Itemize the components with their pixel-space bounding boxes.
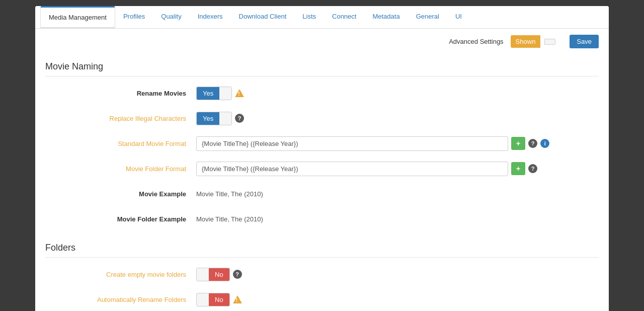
shown-button[interactable]: Shown — [511, 35, 541, 48]
rename-movies-warning-icon — [235, 89, 244, 97]
movie-example-control: Movie Title, The (2010) — [196, 190, 599, 198]
tab-metadata[interactable]: Metadata — [364, 7, 408, 28]
auto-rename-folders-label: Automatically Rename Folders — [45, 296, 196, 303]
replace-illegal-label: Replace Illegal Characters — [45, 115, 196, 122]
standard-format-input[interactable] — [196, 136, 508, 151]
main-container: Media Management Profiles Quality Indexe… — [35, 6, 609, 311]
folder-format-control: + ? — [196, 162, 599, 176]
auto-rename-folders-control: No — [196, 293, 599, 306]
movie-naming-header: Movie Naming — [45, 54, 599, 76]
folder-format-help-icon[interactable]: ? — [528, 164, 537, 173]
movie-example-value: Movie Title, The (2010) — [196, 190, 263, 198]
auto-rename-folders-no[interactable]: No — [209, 293, 229, 306]
auto-rename-folders-row: Automatically Rename Folders No — [45, 291, 599, 308]
auto-rename-folders-yes[interactable] — [197, 293, 209, 306]
standard-format-info-icon[interactable]: i — [540, 139, 549, 148]
create-empty-folders-row: Create empty movie folders No ? — [45, 266, 599, 283]
auto-rename-folders-toggle[interactable]: No — [196, 293, 230, 306]
replace-illegal-yes[interactable]: Yes — [197, 112, 219, 125]
create-empty-folders-label: Create empty movie folders — [45, 271, 196, 278]
toolbar: Advanced Settings Shown Save — [35, 29, 609, 54]
tab-general[interactable]: General — [408, 7, 447, 28]
advanced-toggle-off[interactable] — [544, 39, 555, 45]
tab-profiles[interactable]: Profiles — [115, 7, 153, 28]
standard-format-plus[interactable]: + — [511, 137, 525, 150]
tab-indexers[interactable]: Indexers — [190, 7, 231, 28]
folder-format-label: Movie Folder Format — [45, 165, 196, 173]
save-button[interactable]: Save — [570, 35, 599, 48]
standard-format-label: Standard Movie Format — [45, 140, 196, 147]
rename-movies-label: Rename Movies — [45, 90, 196, 97]
standard-format-row: Standard Movie Format + ? i — [45, 135, 599, 152]
create-empty-folders-toggle[interactable]: No — [196, 268, 230, 281]
auto-rename-folders-warning-icon — [233, 295, 242, 303]
rename-movies-row: Rename Movies Yes — [45, 85, 599, 102]
create-empty-folders-no[interactable]: No — [209, 268, 229, 281]
replace-illegal-no[interactable] — [219, 112, 231, 125]
movie-example-label: Movie Example — [45, 190, 196, 198]
folder-format-row: Movie Folder Format + ? — [45, 160, 599, 177]
rename-movies-control: Yes — [196, 87, 599, 100]
movie-folder-example-label: Movie Folder Example — [45, 215, 196, 223]
content-area: Movie Naming Rename Movies Yes Replace I… — [35, 54, 609, 311]
movie-folder-example-value: Movie Title, The (2010) — [196, 215, 263, 223]
tab-media-management[interactable]: Media Management — [40, 6, 115, 29]
replace-illegal-toggle[interactable]: Yes — [196, 112, 232, 125]
standard-format-control: + ? i — [196, 136, 599, 151]
tab-quality[interactable]: Quality — [153, 7, 189, 28]
folder-format-input[interactable] — [196, 162, 508, 176]
tab-download-client[interactable]: Download Client — [231, 7, 295, 28]
replace-illegal-control: Yes ? — [196, 112, 599, 125]
create-empty-folders-help-icon[interactable]: ? — [233, 270, 242, 279]
tab-ui[interactable]: UI — [447, 7, 470, 28]
replace-illegal-row: Replace Illegal Characters Yes ? — [45, 110, 599, 127]
movie-folder-example-row: Movie Folder Example Movie Title, The (2… — [45, 210, 599, 227]
movie-example-row: Movie Example Movie Title, The (2010) — [45, 185, 599, 202]
advanced-settings-label: Advanced Settings — [449, 38, 503, 45]
rename-movies-no[interactable] — [219, 87, 231, 100]
folders-header: Folders — [45, 236, 599, 258]
create-empty-folders-yes[interactable] — [197, 268, 209, 281]
rename-movies-toggle[interactable]: Yes — [196, 87, 232, 100]
tab-lists[interactable]: Lists — [294, 7, 324, 28]
replace-illegal-help-icon[interactable]: ? — [235, 114, 244, 123]
standard-format-help-icon[interactable]: ? — [528, 139, 537, 148]
folder-format-plus[interactable]: + — [511, 162, 525, 175]
rename-movies-yes[interactable]: Yes — [197, 87, 219, 100]
tab-connect[interactable]: Connect — [324, 7, 364, 28]
nav-tabs: Media Management Profiles Quality Indexe… — [35, 6, 609, 29]
movie-folder-example-control: Movie Title, The (2010) — [196, 215, 599, 223]
create-empty-folders-control: No ? — [196, 268, 599, 281]
